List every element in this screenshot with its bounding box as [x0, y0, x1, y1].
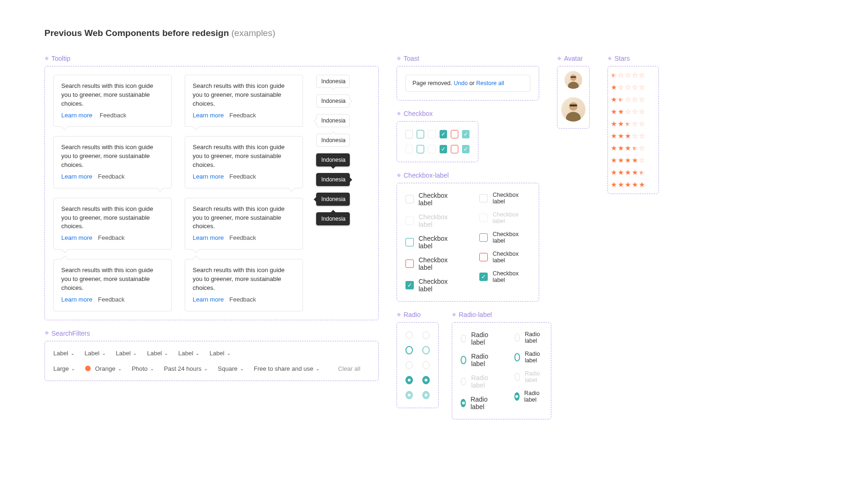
star-icon: ★ — [625, 132, 631, 140]
star-icon: ★ — [618, 95, 624, 104]
filter-chip[interactable]: Label⌄ — [178, 350, 199, 357]
checkbox-label-item[interactable]: Checkbox label — [405, 256, 461, 271]
learn-more-link[interactable]: Learn more — [61, 234, 92, 241]
star-icon: ★ — [639, 180, 645, 189]
checkbox-checked[interactable]: ✓ — [462, 145, 470, 153]
feedback-link[interactable]: Feedback — [98, 234, 124, 241]
radio[interactable] — [422, 331, 430, 339]
star-icon: ☆ — [625, 95, 631, 104]
radio[interactable] — [405, 346, 413, 354]
star-icon: ★ — [618, 156, 624, 165]
mini-tooltip-dark: Indonesia — [316, 193, 350, 206]
checkbox[interactable] — [428, 130, 435, 138]
checkbox-checked[interactable]: ✓ — [440, 145, 447, 153]
radio-selected[interactable] — [422, 391, 430, 399]
checkbox-label-item[interactable]: Checkbox label — [479, 251, 530, 264]
radio-section: ❖Radio — [397, 311, 439, 419]
learn-more-link[interactable]: Learn more — [193, 173, 224, 180]
mini-tooltip: Indonesia — [316, 134, 350, 147]
feedback-link[interactable]: Feedback — [100, 112, 126, 119]
filter-chip[interactable]: Label⌄ — [53, 350, 74, 357]
checkbox-label-item[interactable]: Checkbox label — [479, 192, 530, 205]
tooltip-card: Search results with this icon guide you … — [185, 198, 303, 250]
radio-label-item[interactable]: Radio label — [461, 353, 491, 367]
radio-label-item[interactable]: Radio label — [461, 396, 491, 410]
star-icon: ☆ — [639, 71, 645, 79]
radio[interactable] — [422, 361, 430, 369]
radio[interactable] — [405, 331, 413, 339]
checkbox[interactable] — [428, 145, 435, 153]
checkbox-section: ❖Checkbox ✓ ✓ — [397, 110, 478, 162]
radio-label-item[interactable]: Radio label — [514, 351, 543, 364]
diamond-icon: ❖ — [607, 56, 612, 62]
checkbox-label-item[interactable]: Checkbox label — [479, 231, 530, 244]
star-rating: ★☆☆☆☆ — [611, 83, 656, 92]
checkbox-label-item[interactable]: Checkbox label — [405, 192, 461, 207]
filter-chip[interactable]: Free to share and use⌄ — [254, 365, 319, 372]
filter-chip[interactable]: Label⌄ — [116, 350, 137, 357]
learn-more-link[interactable]: Learn more — [61, 173, 92, 180]
star-icon: ★ — [611, 132, 617, 140]
checkbox[interactable] — [417, 130, 424, 138]
star-rating: ★★★☆☆ — [611, 120, 656, 128]
star-icon: ★ — [611, 83, 617, 92]
clear-all-link[interactable]: Clear all — [338, 365, 361, 372]
star-icon: ★ — [639, 168, 645, 177]
learn-more-link[interactable]: Learn more — [61, 112, 92, 119]
radio-label-item-disabled: Radio label — [514, 370, 543, 383]
checkbox-label-item[interactable]: Checkbox label — [405, 235, 461, 250]
star-icon: ☆ — [639, 156, 645, 165]
diamond-icon: ❖ — [397, 56, 401, 62]
tooltip-card: Search results with this icon guide you … — [53, 259, 172, 311]
mini-tooltip-dark: Indonesia — [316, 173, 350, 186]
chevron-down-icon: ⌄ — [227, 351, 231, 356]
checkbox[interactable] — [405, 130, 413, 138]
mini-tooltip-dark: Indonesia — [316, 153, 350, 166]
undo-link[interactable]: Undo — [454, 80, 468, 86]
star-icon: ☆ — [639, 132, 645, 140]
learn-more-link[interactable]: Learn more — [193, 234, 224, 241]
radio-selected[interactable] — [405, 391, 413, 399]
feedback-link[interactable]: Feedback — [229, 173, 256, 180]
star-icon: ★ — [611, 180, 617, 189]
filter-chip[interactable]: Large⌄ — [53, 365, 75, 372]
radio-label-item[interactable]: Radio label — [514, 390, 543, 403]
learn-more-link[interactable]: Learn more — [193, 296, 224, 303]
radio-label-item[interactable]: Radio label — [514, 331, 543, 344]
feedback-link[interactable]: Feedback — [229, 112, 256, 119]
checkbox[interactable] — [405, 145, 413, 153]
star-icon: ★ — [632, 156, 638, 165]
checkbox-error[interactable] — [451, 130, 458, 138]
feedback-link[interactable]: Feedback — [229, 296, 256, 303]
checkbox[interactable] — [417, 145, 424, 153]
tooltip-card: Search results with this icon guide you … — [185, 136, 303, 188]
learn-more-link[interactable]: Learn more — [193, 112, 224, 119]
filter-chip[interactable]: Label⌄ — [147, 350, 168, 357]
checkbox-error[interactable] — [451, 145, 458, 153]
checkbox-label-item[interactable]: ✓Checkbox label — [479, 270, 530, 283]
learn-more-link[interactable]: Learn more — [61, 296, 92, 303]
checkbox-checked[interactable]: ✓ — [440, 130, 447, 138]
svg-rect-2 — [571, 76, 576, 78]
star-icon: ★ — [611, 108, 617, 116]
filter-chip[interactable]: Square⌄ — [218, 365, 244, 372]
restore-all-link[interactable]: Restore all — [476, 80, 504, 86]
radio[interactable] — [422, 346, 430, 354]
star-rating: ★★★★☆ — [611, 156, 656, 165]
radio-selected[interactable] — [405, 376, 413, 384]
star-icon: ☆ — [618, 71, 624, 79]
tooltip-card: Search results with this icon guide you … — [53, 75, 172, 127]
filter-chip[interactable]: Photo⌄ — [132, 365, 154, 372]
checkbox-checked[interactable]: ✓ — [462, 130, 470, 138]
radio[interactable] — [405, 361, 413, 369]
filter-chip[interactable]: Label⌄ — [210, 350, 231, 357]
checkbox-label-item[interactable]: ✓Checkbox label — [405, 278, 461, 293]
feedback-link[interactable]: Feedback — [98, 173, 124, 180]
filter-chip[interactable]: Orange⌄ — [85, 365, 121, 372]
radio-label-item[interactable]: Radio label — [461, 331, 491, 346]
feedback-link[interactable]: Feedback — [229, 234, 256, 241]
radio-selected[interactable] — [422, 376, 430, 384]
filter-chip[interactable]: Label⌄ — [85, 350, 106, 357]
filter-chip[interactable]: Past 24 hours⌄ — [164, 365, 208, 372]
feedback-link[interactable]: Feedback — [98, 296, 124, 303]
